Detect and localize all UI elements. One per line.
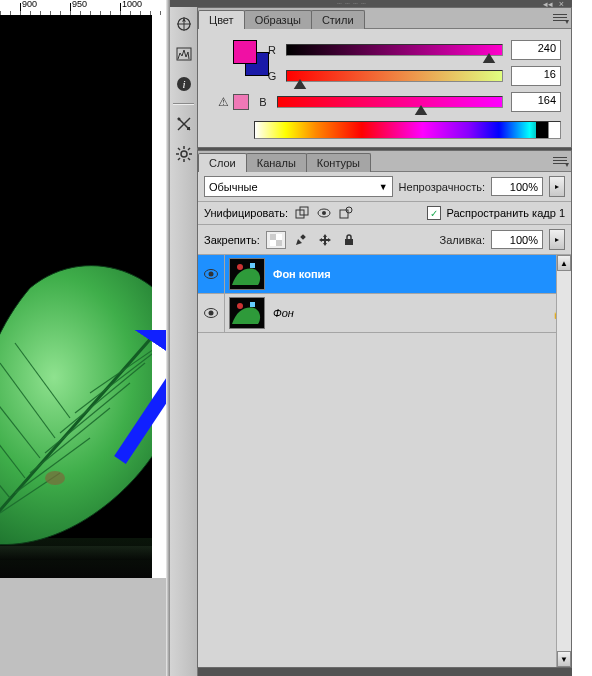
svg-point-41 [237, 303, 243, 309]
blend-mode-select[interactable]: Обычные ▼ [204, 176, 393, 197]
svg-point-34 [209, 272, 214, 277]
window-right-gutter [572, 0, 592, 676]
canvas-image-leaf [0, 248, 152, 548]
panel-menu-icon[interactable] [553, 154, 567, 166]
scroll-down-icon[interactable]: ▼ [557, 651, 571, 667]
svg-text:i: i [182, 78, 185, 90]
svg-line-20 [178, 158, 180, 160]
svg-rect-42 [250, 302, 255, 307]
document-canvas[interactable] [0, 15, 152, 578]
layer-thumbnail[interactable] [229, 258, 265, 290]
svg-point-10 [177, 118, 180, 121]
layer-list-scrollbar[interactable]: ▲ ▼ [556, 255, 571, 667]
tab-styles[interactable]: Стили [311, 10, 365, 29]
navigator-icon[interactable] [173, 13, 195, 35]
unify-position-icon[interactable] [294, 206, 310, 220]
channel-B-slider[interactable] [277, 96, 503, 108]
channel-G-slider[interactable] [286, 70, 503, 82]
svg-point-12 [181, 151, 187, 157]
fill-stepper[interactable]: ▸ [549, 229, 565, 250]
layers-panel: Слои Каналы Контуры Обычные ▼ Непрозрачн… [197, 150, 572, 668]
unify-style-icon[interactable] [338, 206, 354, 220]
tab-swatches[interactable]: Образцы [244, 10, 312, 29]
unify-visibility-icon[interactable] [316, 206, 332, 220]
layer-name[interactable]: Фон [269, 307, 547, 319]
out-of-gamut-warning-icon[interactable]: ⚠ [218, 95, 229, 109]
channel-G-input[interactable]: 16 [511, 66, 561, 86]
info-icon[interactable]: i [173, 73, 195, 95]
layer-name[interactable]: Фон копия [269, 268, 547, 280]
settings-gear-icon[interactable] [173, 143, 195, 165]
layer-visibility-toggle[interactable] [198, 294, 225, 332]
histogram-icon[interactable] [173, 43, 195, 65]
tab-paths[interactable]: Контуры [306, 153, 371, 172]
lock-position-icon[interactable] [316, 232, 334, 248]
svg-rect-11 [187, 127, 190, 130]
lock-pixels-icon[interactable] [292, 232, 310, 248]
svg-rect-32 [345, 239, 353, 245]
svg-line-19 [188, 148, 190, 150]
opacity-input[interactable]: 100% [491, 177, 543, 196]
tab-channels[interactable]: Каналы [246, 153, 307, 172]
color-spectrum-ramp[interactable] [254, 121, 561, 139]
tools-crossed-icon[interactable] [173, 113, 195, 135]
lock-transparency-icon[interactable] [266, 231, 286, 249]
svg-line-18 [188, 158, 190, 160]
opacity-stepper[interactable]: ▸ [549, 176, 565, 197]
svg-point-36 [237, 264, 243, 270]
layer-thumbnail[interactable] [229, 297, 265, 329]
svg-rect-29 [276, 234, 282, 240]
channel-B-label: B [257, 96, 269, 108]
svg-rect-27 [270, 234, 276, 240]
propagate-checkbox[interactable]: ✓ [427, 206, 441, 220]
layer-row[interactable]: Фон копия [198, 255, 571, 294]
svg-rect-28 [276, 240, 282, 246]
tab-color[interactable]: Цвет [198, 10, 245, 29]
panel-gripbar[interactable]: ┄┄┄┄ ◂◂ × [170, 0, 572, 7]
foreground-color-swatch[interactable] [233, 40, 257, 64]
layer-list[interactable]: Фон копияФон🔒 [198, 255, 571, 333]
color-panel: Цвет Образцы Стили R240G16⚠B164 [197, 7, 572, 148]
svg-line-17 [178, 148, 180, 150]
panel-menu-icon[interactable] [553, 11, 567, 23]
vertical-toolstrip: i [170, 7, 198, 676]
opacity-label: Непрозрачность: [399, 181, 485, 193]
svg-point-0 [45, 471, 65, 485]
channel-R-input[interactable]: 240 [511, 40, 561, 60]
blend-mode-value: Обычные [209, 181, 258, 193]
scroll-up-icon[interactable]: ▲ [557, 255, 571, 271]
fill-label: Заливка: [440, 234, 485, 246]
channel-R-slider[interactable] [286, 44, 503, 56]
lock-all-icon[interactable] [340, 232, 358, 248]
vertical-ruler [152, 15, 167, 676]
dropdown-arrow-icon: ▼ [379, 182, 388, 192]
unify-label: Унифицировать: [204, 207, 288, 219]
svg-point-24 [322, 211, 326, 215]
svg-rect-37 [250, 263, 255, 268]
fill-input[interactable]: 100% [491, 230, 543, 249]
propagate-label: Распространить кадр 1 [447, 207, 565, 219]
layer-row[interactable]: Фон🔒 [198, 294, 571, 333]
svg-rect-31 [300, 234, 306, 240]
lock-label: Закрепить: [204, 234, 260, 246]
channel-B-input[interactable]: 164 [511, 92, 561, 112]
closest-color-swatch[interactable] [233, 94, 249, 110]
horizontal-ruler: 9009501000 [0, 0, 166, 16]
tab-layers[interactable]: Слои [198, 153, 247, 172]
svg-point-39 [209, 311, 214, 316]
svg-rect-30 [270, 240, 276, 246]
layer-visibility-toggle[interactable] [198, 255, 225, 293]
